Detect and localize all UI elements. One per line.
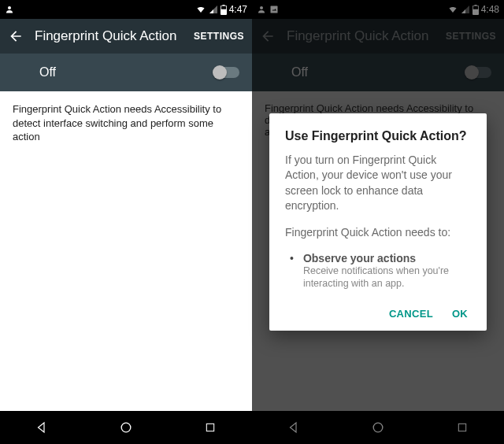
svg-rect-3 bbox=[220, 6, 225, 9]
signal-icon bbox=[209, 5, 218, 14]
battery-icon bbox=[220, 5, 227, 15]
appbar: Fingerprint Quick Action SETTINGS bbox=[0, 19, 252, 54]
bullet-description: Receive notifications when you're intera… bbox=[303, 265, 471, 291]
svg-rect-5 bbox=[206, 424, 213, 431]
dialog-body-2: Fingerprint Quick Action needs to: bbox=[285, 225, 471, 241]
bullet-title: Observe your actions bbox=[303, 252, 471, 265]
permission-dialog: Use Fingerprint Quick Action? If you tur… bbox=[269, 113, 487, 331]
toggle-row[interactable]: Off bbox=[0, 54, 252, 91]
svg-rect-2 bbox=[222, 5, 224, 6]
cancel-button[interactable]: CANCEL bbox=[389, 308, 433, 320]
svg-point-4 bbox=[121, 423, 131, 432]
nav-home-button[interactable] bbox=[110, 412, 142, 443]
status-bar: 4:47 bbox=[0, 0, 252, 19]
dialog-title: Use Fingerprint Quick Action? bbox=[285, 129, 471, 143]
bullet-dot-icon: • bbox=[290, 252, 294, 291]
person-icon bbox=[5, 5, 14, 14]
dialog-body-1: If you turn on Fingerprint Quick Action,… bbox=[285, 153, 471, 214]
phone-right: 4:48 Fingerprint Quick Action SETTINGS O… bbox=[252, 0, 504, 444]
wifi-icon bbox=[195, 5, 206, 14]
ok-button[interactable]: OK bbox=[452, 308, 468, 320]
page-title: Fingerprint Quick Action bbox=[35, 28, 183, 44]
svg-point-0 bbox=[8, 6, 11, 9]
nav-recent-button[interactable] bbox=[195, 412, 226, 443]
toggle-switch[interactable] bbox=[214, 67, 239, 78]
toggle-label: Off bbox=[39, 65, 214, 80]
body-description: Fingerprint Quick Action needs Accessibi… bbox=[0, 91, 252, 411]
status-time: 4:47 bbox=[229, 4, 247, 15]
back-icon[interactable] bbox=[8, 28, 24, 44]
settings-button[interactable]: SETTINGS bbox=[194, 31, 244, 42]
nav-back-button[interactable] bbox=[26, 412, 57, 443]
dialog-bullet: • Observe your actions Receive notificat… bbox=[290, 252, 471, 291]
dialog-scrim[interactable]: Use Fingerprint Quick Action? If you tur… bbox=[252, 0, 504, 444]
navbar bbox=[0, 411, 252, 444]
phone-left: 4:47 Fingerprint Quick Action SETTINGS O… bbox=[0, 0, 252, 444]
